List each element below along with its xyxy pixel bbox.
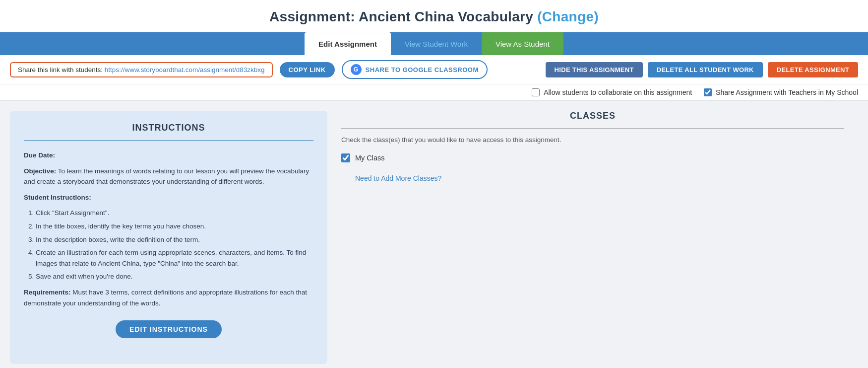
copy-link-button[interactable]: COPY LINK — [280, 62, 335, 77]
hide-assignment-button[interactable]: HIDE THIS ASSIGNMENT — [546, 62, 643, 77]
delete-assignment-button[interactable]: DELETE ASSIGNMENT — [768, 62, 858, 77]
page-title-bar: Assignment: Ancient China Vocabulary (Ch… — [0, 0, 868, 32]
add-classes-wrap: Need to Add More Classes? — [341, 169, 844, 183]
due-date-label: Due Date: — [24, 151, 55, 159]
classes-panel-title: CLASSES — [341, 111, 844, 129]
requirements-label: Requirements: — [24, 289, 71, 296]
collaborate-label: Allow students to collaborate on this as… — [544, 88, 692, 96]
change-link[interactable]: (Change) — [537, 9, 599, 24]
main-content: INSTRUCTIONS Due Date: Objective: To lea… — [0, 101, 868, 368]
tab-edit-assignment[interactable]: Edit Assignment — [305, 32, 391, 55]
objective-line: Objective: To learn the meanings of word… — [24, 166, 313, 187]
classes-panel: CLASSES Check the class(es) that you wou… — [327, 111, 858, 364]
share-teachers-label: Share Assignment with Teachers in My Sch… — [716, 88, 858, 96]
tab-view-student-work[interactable]: View Student Work — [391, 32, 482, 55]
instructions-panel: INSTRUCTIONS Due Date: Objective: To lea… — [10, 111, 327, 364]
instructions-content: Due Date: Objective: To learn the meanin… — [24, 150, 313, 308]
add-classes-link[interactable]: Need to Add More Classes? — [355, 174, 441, 182]
my-class-checkbox[interactable] — [341, 153, 350, 162]
step-1: Click "Start Assignment". — [36, 208, 313, 219]
action-bar: Share this link with students: https://w… — [0, 55, 868, 84]
objective-label: Objective: — [24, 167, 56, 175]
collaborate-checkbox[interactable] — [532, 88, 540, 96]
share-link-url[interactable]: https://www.storyboardthat.com/assignmen… — [105, 66, 265, 74]
requirements-line: Requirements: Must have 3 terms, correct… — [24, 287, 313, 308]
edit-instructions-wrap: EDIT INSTRUCTIONS — [24, 320, 313, 338]
share-link-box: Share this link with students: https://w… — [10, 62, 273, 77]
share-teachers-checkbox[interactable] — [704, 88, 712, 96]
step-2: In the title boxes, identify the key ter… — [36, 221, 313, 232]
classes-description: Check the class(es) that you would like … — [341, 136, 844, 144]
collaborate-option[interactable]: Allow students to collaborate on this as… — [532, 88, 692, 96]
share-teachers-option[interactable]: Share Assignment with Teachers in My Sch… — [704, 88, 858, 96]
google-btn-label: SHARE TO GOOGLE CLASSROOM — [366, 66, 479, 74]
delete-student-work-button[interactable]: DELETE ALL STUDENT WORK — [648, 62, 763, 77]
student-instructions-label: Student Instructions: — [24, 192, 313, 203]
share-link-label: Share this link with students: — [18, 66, 103, 74]
google-classroom-icon: G — [351, 64, 362, 75]
step-3: In the description boxes, write the defi… — [36, 234, 313, 245]
action-bar-right: HIDE THIS ASSIGNMENT DELETE ALL STUDENT … — [546, 62, 858, 77]
step-5: Save and exit when you're done. — [36, 271, 313, 282]
tab-view-as-student[interactable]: View As Student — [482, 32, 563, 55]
steps-list: Click "Start Assignment". In the title b… — [36, 208, 313, 282]
page-title: Assignment: Ancient China Vocabulary (Ch… — [0, 9, 868, 25]
objective-text: To learn the meanings of words relating … — [24, 167, 309, 186]
step-4: Create an illustration for each term usi… — [36, 247, 313, 269]
class-item-my-class: My Class — [341, 153, 844, 162]
my-class-label: My Class — [355, 154, 385, 162]
share-google-button[interactable]: G SHARE TO GOOGLE CLASSROOM — [342, 60, 488, 79]
edit-instructions-button[interactable]: EDIT INSTRUCTIONS — [116, 320, 222, 338]
due-date-line: Due Date: — [24, 150, 313, 161]
options-row: Allow students to collaborate on this as… — [0, 84, 868, 101]
tab-bar: Edit Assignment View Student Work View A… — [0, 32, 868, 55]
instructions-panel-title: INSTRUCTIONS — [24, 123, 313, 141]
